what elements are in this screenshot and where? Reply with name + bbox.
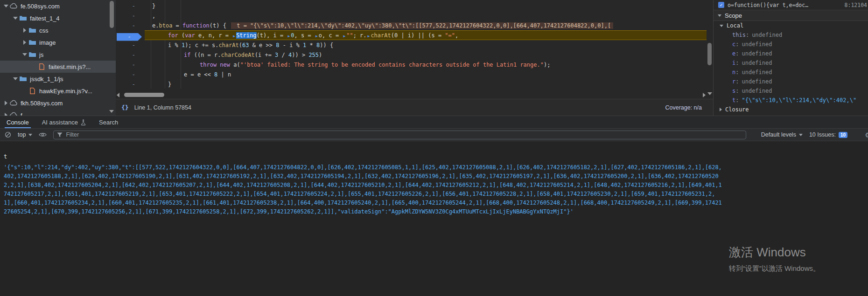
scroll-down-icon[interactable] <box>707 92 712 95</box>
scroll-left-icon[interactable] <box>117 93 119 97</box>
breakpoint-entry[interactable]: ✓ o=function(){var t,e=doc… 8:12104 <box>714 0 868 10</box>
scope-closure-header[interactable]: Closure <box>714 105 868 114</box>
line-gutter-marker[interactable]: - <box>116 22 145 29</box>
scope-section-header[interactable]: Scope <box>714 10 868 21</box>
editor-horizontal-scrollbar[interactable] <box>117 92 706 98</box>
code-line: -if ((n = r.charCodeAt(i += 3 / 4)) > 25… <box>116 50 707 60</box>
variable-name: e <box>732 50 735 57</box>
sidebar-scroll-down-icon[interactable] <box>109 107 114 114</box>
breakpoint-checkbox[interactable]: ✓ <box>718 2 724 8</box>
inline-value-marker-icon[interactable]: ▶ <box>343 34 345 38</box>
chevron-down-icon[interactable] <box>22 53 27 56</box>
code-line-content: e = e << 8 | n <box>145 69 707 79</box>
line-gutter-marker[interactable]: - <box>116 52 145 58</box>
scope-variable-c[interactable]: c:undefined <box>714 40 868 49</box>
code-token: "=" <box>445 32 455 39</box>
chevron-down-icon[interactable] <box>13 77 18 80</box>
tree-item-fkh-508sys-com[interactable]: fkh.508sys.com <box>0 97 116 109</box>
scope-local-header[interactable]: Local <box>714 21 868 30</box>
scope-variable-s[interactable]: s:undefined <box>714 86 868 96</box>
chevron-down-icon[interactable] <box>4 5 8 7</box>
vertical-scroll-thumb[interactable] <box>707 43 712 65</box>
code-line: -} <box>116 1 707 11</box>
tree-item-f[interactable]: f <box>0 109 116 116</box>
context-label: top <box>18 131 26 138</box>
code-token: throw <box>200 62 217 68</box>
scroll-right-icon[interactable] <box>703 93 706 97</box>
devtools-window: fe.508sys.comfaitest_1_4cssimagejsfaites… <box>0 0 868 296</box>
scope-variable-e[interactable]: e:undefined <box>714 49 868 58</box>
variable-name: n <box>732 69 735 76</box>
line-gutter-marker[interactable]: - <box>116 42 145 48</box>
code-token: , c = <box>322 32 342 39</box>
tree-item-faitest-1-4[interactable]: faitest_1_4 <box>0 12 116 24</box>
separator: : <box>735 50 739 57</box>
tree-item-label: f <box>21 112 22 116</box>
tree-item-css[interactable]: css <box>0 24 116 36</box>
filter-input[interactable]: Filter <box>53 131 746 139</box>
scope-variable-r[interactable]: r:undefined <box>714 77 868 86</box>
tab-label: Console <box>7 119 29 126</box>
inline-value-marker-icon[interactable]: ▶ <box>233 34 235 38</box>
chevron-down-icon[interactable] <box>13 17 18 20</box>
inline-value-marker-icon[interactable]: ▶ <box>315 34 318 38</box>
code-token: , <box>152 13 155 19</box>
variable-name: i <box>732 60 735 66</box>
scope-variable-this[interactable]: this:undefined <box>714 30 868 40</box>
tree-item-hawkeye-min-js-v-[interactable]: hawkEye.min.js?v... <box>0 85 116 97</box>
watermark-subtitle: 转到“设置”以激活 Windows。 <box>729 264 820 273</box>
inline-value-marker-icon[interactable]: ▶ <box>288 34 290 38</box>
horizontal-scroll-thumb[interactable] <box>124 93 164 97</box>
scope-variable-n[interactable]: n:undefined <box>714 68 868 77</box>
line-gutter-marker[interactable]: - <box>116 3 145 9</box>
tree-item-image[interactable]: image <box>0 36 116 48</box>
line-gutter-marker[interactable]: - <box>116 71 145 78</box>
default-levels-dropdown[interactable]: Default levels <box>761 131 803 138</box>
clear-console-icon[interactable] <box>5 131 11 138</box>
tree-item-fe-508sys-com[interactable]: fe.508sys.com <box>0 0 116 12</box>
tab-search[interactable]: Search <box>92 116 125 128</box>
context-selector[interactable]: top <box>18 131 32 138</box>
tree-item-js[interactable]: js <box>0 48 116 61</box>
line-gutter-marker[interactable]: - <box>116 81 145 88</box>
code-line-content: for (var e, n, r = ▶String(t), i = ▶0, s… <box>145 30 707 40</box>
code-token: (t), i = <box>257 32 287 39</box>
chevron-right-icon[interactable] <box>23 28 26 33</box>
code-token: e = e << <box>184 71 214 78</box>
line-gutter-marker[interactable]: - <box>116 62 145 68</box>
live-expression-eye-icon[interactable] <box>39 132 47 138</box>
tree-item-jssdk-1-1-js[interactable]: jssdk_1_1/js <box>0 73 116 85</box>
code-token: charAt <box>218 42 238 48</box>
scope-variable-t[interactable]: t:"{\"s\":10,\"l\":214,\"dy\":402,\" <box>714 96 868 105</box>
code-token: 0 <box>291 32 294 39</box>
gear-icon[interactable]: ⚙ <box>865 131 868 139</box>
code-line-content: } <box>145 79 707 89</box>
tab-console[interactable]: Console <box>0 116 35 128</box>
code-line: -} <box>116 79 707 89</box>
chevron-right-icon[interactable] <box>23 40 26 45</box>
folder-icon <box>19 76 27 82</box>
inline-value-marker-icon[interactable]: ▶ <box>368 34 370 38</box>
chevron-right-icon[interactable] <box>5 101 7 105</box>
code-token: a( <box>230 62 240 68</box>
tab-ai-assistance[interactable]: AI assistance <box>35 116 92 128</box>
tree-item-faitest-min-js-[interactable]: faitest.min.js?... <box>0 61 116 73</box>
breakpoint-label: o=function(){var t,e=doc… <box>728 2 808 8</box>
code-token: i % <box>168 42 182 48</box>
line-gutter-marker[interactable]: - <box>116 13 145 19</box>
code-token: ) <box>319 52 322 58</box>
code-line-content: , <box>145 11 707 21</box>
issues-counter[interactable]: 10 Issues: 10 <box>809 131 847 138</box>
sidebar-scrollbar-thumb[interactable] <box>110 1 114 28</box>
line-gutter-marker[interactable]: -- <box>116 32 145 39</box>
variable-value: undefined <box>742 88 772 94</box>
editor-vertical-scrollbar[interactable] <box>707 0 713 99</box>
coverage-status[interactable]: Coverage: n/a <box>665 104 702 111</box>
scope-variable-i[interactable]: i:undefined <box>714 58 868 68</box>
separator: : <box>735 88 739 94</box>
pretty-print-button[interactable]: {} <box>121 104 129 111</box>
tree-item-label: hawkEye.min.js?v... <box>39 88 92 95</box>
code-token: ); <box>544 62 550 68</box>
scope-title: Scope <box>725 12 742 19</box>
code-editor[interactable]: -}-,-e.btoa = function(t) { t = "{\"s\":… <box>116 0 713 116</box>
